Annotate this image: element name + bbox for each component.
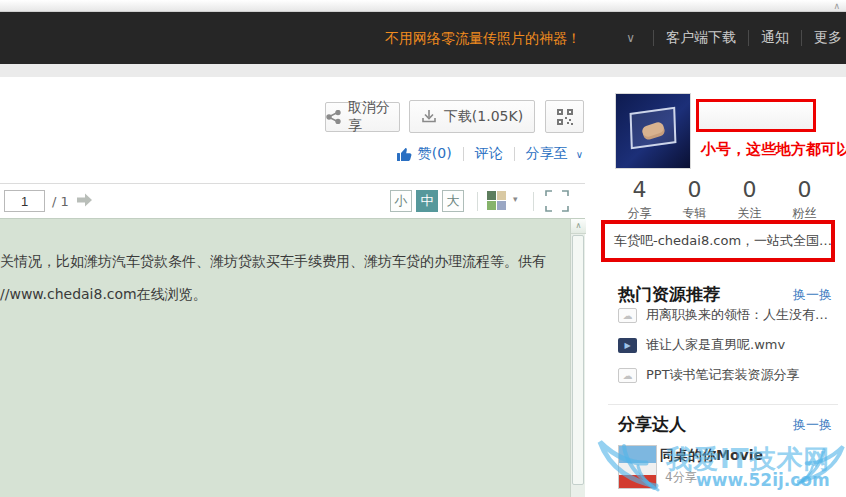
chevron-down-icon[interactable]: ∨ xyxy=(626,31,635,45)
download-icon xyxy=(421,109,437,124)
page-number-input[interactable] xyxy=(4,190,45,212)
thumbs-up-icon xyxy=(397,147,413,162)
stat-value: 0 xyxy=(722,177,777,202)
qr-code-icon xyxy=(557,109,573,125)
topbar-right-menu: ∨ 客户端下载 通知 更多 xyxy=(626,12,842,64)
stat-shares[interactable]: 4 分享 xyxy=(612,177,667,222)
next-page-arrow-icon[interactable] xyxy=(76,192,93,208)
more-link[interactable]: 更多 xyxy=(814,29,842,47)
expert-name-link[interactable]: 同桌的你Movie xyxy=(660,447,763,465)
user-avatar[interactable] xyxy=(615,93,691,169)
share-to-link[interactable]: 分享至 ∨ xyxy=(526,145,583,163)
signature-annotation-box: 车贷吧-chedai8.com，一站式全国… xyxy=(601,220,835,262)
resource-item[interactable]: ▶ 谁让人家是直男呢.wmv xyxy=(618,336,785,354)
share-to-label: 分享至 xyxy=(526,145,568,163)
divider xyxy=(748,30,749,46)
document-page: 关情况，比如潍坊汽车贷款条件、潍坊贷款买车手续费用、潍坊车贷的办理流程等。供有 … xyxy=(0,218,585,497)
section-divider xyxy=(608,404,838,405)
window-edge-icon: ∧ xyxy=(833,0,840,12)
divider xyxy=(514,147,515,161)
document-icon: ☁ xyxy=(618,368,637,383)
comment-link[interactable]: 评论 xyxy=(475,145,503,163)
scrollbar-thumb[interactable] xyxy=(572,235,584,485)
stat-value: 0 xyxy=(777,177,832,202)
size-medium-button[interactable]: 中 xyxy=(416,190,438,212)
share-experts-title: 分享达人 xyxy=(618,413,686,436)
background-color-icon[interactable] xyxy=(487,191,506,210)
expert-avatar[interactable] xyxy=(618,445,657,489)
signature-text: 车贷吧-chedai8.com，一站式全国… xyxy=(614,232,832,250)
share-experts-refresh-link[interactable]: 换一换 xyxy=(793,416,832,434)
caret-down-icon[interactable]: ▾ xyxy=(513,194,518,204)
divider xyxy=(653,30,654,46)
cancel-share-label: 取消分享 xyxy=(348,99,399,135)
resource-label: PPT读书笔记套装资源分享 xyxy=(646,366,800,384)
video-icon: ▶ xyxy=(618,338,637,353)
sub-header-strip xyxy=(0,64,846,77)
size-large-button[interactable]: 大 xyxy=(442,190,464,212)
divider xyxy=(463,147,464,161)
stat-fans[interactable]: 0 粉丝 xyxy=(777,177,832,222)
promo-banner-link[interactable]: 不用网络零流量传照片的神器！ xyxy=(385,12,581,64)
annotation-text: 小号，这些地方都可以用。 xyxy=(701,140,846,159)
comment-label: 评论 xyxy=(475,145,503,163)
document-text-line: //www.chedai8.com在线浏览。 xyxy=(0,286,207,304)
scroll-up-icon[interactable]: ∧ xyxy=(571,219,586,234)
divider xyxy=(477,192,478,211)
divider xyxy=(801,30,802,46)
like-label: 赞(0) xyxy=(418,145,452,163)
stat-following[interactable]: 0 关注 xyxy=(722,177,777,222)
stat-value: 0 xyxy=(667,177,722,202)
document-panel: 取消分享 下载(1.05K) 赞(0) 评论 分享至 xyxy=(0,77,585,497)
expert-share-count: 4分享 xyxy=(665,469,697,486)
resource-label: 用离职换来的领悟：人生没有… xyxy=(646,306,828,324)
stat-value: 4 xyxy=(612,177,667,202)
document-text-line: 关情况，比如潍坊汽车贷款条件、潍坊贷款买车手续费用、潍坊车贷的办理流程等。供有 xyxy=(0,253,546,271)
qr-code-button[interactable] xyxy=(545,100,584,133)
profile-sidebar: 小号，这些地方都可以用。 4 分享 0 专辑 0 关注 0 粉丝 车贷吧-che… xyxy=(600,77,846,497)
hot-resources-refresh-link[interactable]: 换一换 xyxy=(793,286,832,304)
profile-stats: 4 分享 0 专辑 0 关注 0 粉丝 xyxy=(612,177,834,222)
topbar: 不用网络零流量传照片的神器！ ∨ 客户端下载 通知 更多 xyxy=(0,12,846,64)
client-download-link[interactable]: 客户端下载 xyxy=(666,29,736,47)
notifications-link[interactable]: 通知 xyxy=(761,29,789,47)
social-actions-row: 赞(0) 评论 分享至 ∨ xyxy=(397,145,583,163)
document-icon: ☁ xyxy=(618,308,637,323)
browser-edge-strip: ∧ xyxy=(0,0,846,12)
download-button[interactable]: 下载(1.05K) xyxy=(409,100,535,133)
resource-label: 谁让人家是直男呢.wmv xyxy=(646,336,785,354)
viewer-toolbar: / 1 小 中 大 ▾ xyxy=(0,183,585,218)
size-small-button[interactable]: 小 xyxy=(390,190,412,212)
fullscreen-icon[interactable] xyxy=(545,190,569,212)
document-scrollbar[interactable]: ∧ xyxy=(570,219,585,497)
stat-albums[interactable]: 0 专辑 xyxy=(667,177,722,222)
share-icon xyxy=(326,110,341,124)
resource-item[interactable]: ☁ PPT读书笔记套装资源分享 xyxy=(618,366,800,384)
download-label: 下载(1.05K) xyxy=(444,108,523,126)
cancel-share-button[interactable]: 取消分享 xyxy=(325,102,400,132)
hot-resources-title: 热门资源推荐 xyxy=(618,283,720,306)
page-total-label: / 1 xyxy=(52,194,69,209)
like-link[interactable]: 赞(0) xyxy=(397,145,452,163)
resource-item[interactable]: ☁ 用离职换来的领悟：人生没有… xyxy=(618,306,828,324)
divider xyxy=(533,192,534,211)
chevron-down-icon: ∨ xyxy=(576,149,583,160)
page: ∧ 不用网络零流量传照片的神器！ ∨ 客户端下载 通知 更多 取消分享 下载(1… xyxy=(0,0,846,497)
username-redaction-box xyxy=(696,99,816,132)
